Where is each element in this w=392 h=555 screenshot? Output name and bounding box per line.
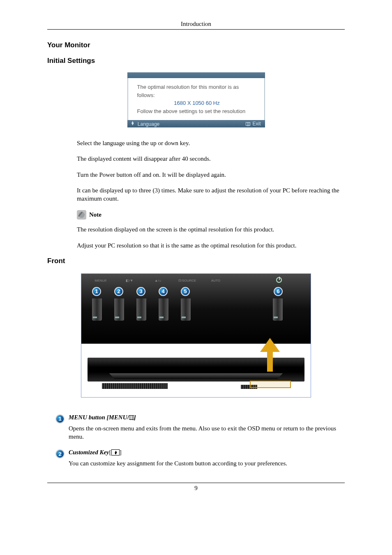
- para-optimal: The resolution displayed on the screen i…: [77, 225, 345, 234]
- osd-footer: ▴▾ Language Exit: [127, 120, 265, 127]
- osd-dialog: The optimal resolution for this monitor …: [127, 72, 265, 127]
- note-icon: [77, 210, 86, 220]
- badge-1: 1: [92, 287, 101, 296]
- button-stub: [159, 298, 168, 321]
- def-badge-1: 1: [55, 414, 65, 423]
- def1-title: MENU button [MENU/]: [69, 414, 345, 421]
- para-power-button: Turn the Power button off and on. It wil…: [77, 171, 345, 179]
- btn-label-up: ▲/☼: [150, 279, 167, 283]
- badge-row-right: 6: [274, 287, 283, 296]
- para-select-language: Select the language using the up or down…: [77, 139, 345, 147]
- osd-titlebar: [127, 72, 265, 78]
- def1-title-b: ]: [134, 414, 136, 421]
- page-footer: 9: [47, 483, 345, 492]
- note-label: Note: [89, 211, 101, 218]
- button-stub-power: [273, 298, 283, 321]
- def1-desc: Opens the on-screen menu and exits from …: [69, 424, 345, 441]
- osd-line2: Follow the above settings to set the res…: [137, 107, 257, 116]
- button-stub: [181, 298, 191, 321]
- btn-label-menu: MENU/⦀: [92, 279, 109, 283]
- osd-resolution: 1680 X 1050 60 Hz: [137, 99, 257, 107]
- btn-label-source: ⊡/SOURCE: [178, 279, 196, 283]
- arrow-icon: [260, 338, 280, 352]
- btn-label-auto: AUTO: [207, 279, 224, 283]
- button-stub: [136, 298, 146, 321]
- badge-4: 4: [159, 287, 168, 296]
- updown-icon: ▴▾: [131, 121, 134, 125]
- exit-icon: [246, 122, 250, 126]
- front-panel-bottom: [81, 344, 311, 397]
- badge-5: 5: [181, 287, 190, 296]
- def2-desc: You can customize key assignment for the…: [69, 459, 345, 467]
- osd-body: The optimal resolution for this monitor …: [127, 78, 265, 120]
- badge-row: 1 2 3 4 5: [92, 287, 190, 296]
- def-item-1: 1 MENU button [MENU/] Opens the on-scree…: [55, 414, 345, 448]
- content-block: Select the language using the up or down…: [77, 139, 345, 250]
- badge-6: 6: [274, 287, 283, 296]
- front-panel-top: MENU/⦀ ◧/▼ ▲/☼ ⊡/SOURCE AUTO 1 2 3 4 5 6: [81, 274, 311, 344]
- menu-exit-icon: [129, 415, 134, 420]
- button-stub: [114, 298, 124, 321]
- heading-your-monitor: Your Monitor: [47, 41, 345, 49]
- para-three-times: It can be displayed up to three (3) time…: [77, 186, 345, 203]
- def2-title-a: Customized Key: [69, 449, 109, 456]
- osd-language: ▴▾ Language: [131, 121, 160, 127]
- heading-initial-settings: Initial Settings: [47, 57, 345, 65]
- def1-title-a: MENU button [MENU/: [69, 414, 129, 421]
- osd-language-label: Language: [138, 121, 159, 127]
- def2-title-c: ]: [120, 449, 122, 456]
- highlight-box: [250, 381, 291, 388]
- button-stub: [92, 298, 102, 321]
- osd-exit: Exit: [246, 121, 261, 127]
- badge-2: 2: [114, 287, 123, 296]
- note-row: Note: [77, 210, 345, 220]
- stub-row: [92, 298, 191, 321]
- power-icon: [276, 277, 282, 283]
- custom-key-icon: [111, 449, 120, 456]
- arrow-stem: [267, 351, 273, 372]
- button-labels: MENU/⦀ ◧/▼ ▲/☼ ⊡/SOURCE AUTO: [92, 279, 224, 283]
- front-figure: MENU/⦀ ◧/▼ ▲/☼ ⊡/SOURCE AUTO 1 2 3 4 5 6: [81, 273, 311, 398]
- osd-exit-label: Exit: [252, 121, 261, 127]
- vent-left: [102, 383, 168, 389]
- def2-title: Customized Key[]: [69, 449, 345, 456]
- para-adjust: Adjust your PC resolution so that it is …: [77, 241, 345, 250]
- btn-label-down: ◧/▼: [121, 279, 138, 283]
- def-item-2: 2 Customized Key[] You can customize key…: [55, 449, 345, 474]
- heading-front: Front: [47, 257, 345, 265]
- page-header: Introduction: [47, 21, 345, 30]
- badge-3: 3: [136, 287, 145, 296]
- para-disappear: The displayed content will disappear aft…: [77, 155, 345, 163]
- def-badge-2: 2: [55, 449, 65, 458]
- osd-line1: The optimal resolution for this monitor …: [137, 83, 257, 99]
